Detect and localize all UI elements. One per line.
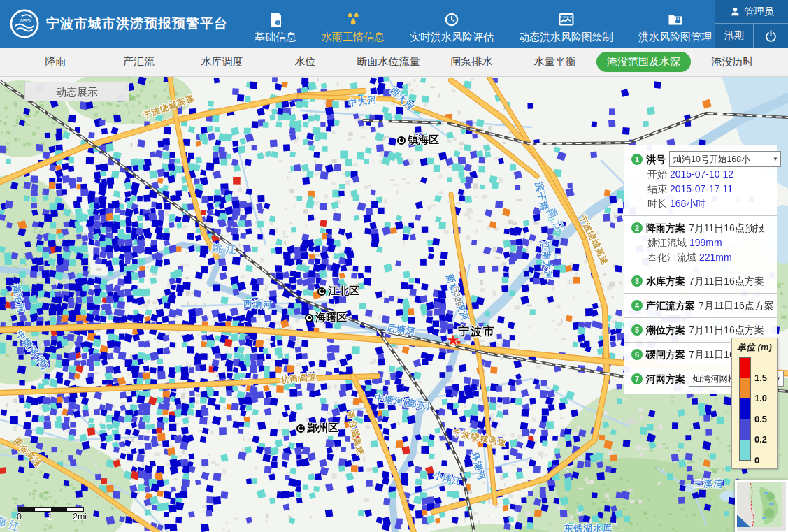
step-6-badge: 6 [631,349,643,360]
history-clock-icon [443,10,460,29]
folder-lock-icon [667,10,684,29]
nav-item-document-info[interactable]: 基础信息 [255,10,296,44]
season-button[interactable]: 汛期 [715,24,754,48]
subnav-tab-2[interactable]: 水库调度 [180,55,264,69]
map-area[interactable]: 中大河西大河滨子港甬江姚江西塘河后塘河新杨木碶河江南大河湖泊河中塘河(西)中塘河… [0,77,788,532]
end-time-row: 结束 2015-07-17 11 [631,182,771,196]
user-name: 管理员 [745,6,774,18]
user-icon [730,6,740,17]
rainfall-section: 2 降雨方案 7月11日16点预报 姚江流域 199mm 奉化江流域 221mm [624,215,777,269]
subnav-tab-8[interactable]: 淹没历时 [691,55,774,69]
power-icon [764,29,778,43]
overview-minimap[interactable] [735,480,788,532]
chevron-down-icon: ▼ [773,152,778,167]
duration-row: 时长 168小时 [631,196,771,211]
legend-title: 单位 (m) [737,341,777,354]
step-1-badge: 1 [631,154,643,165]
dynamic-display-button[interactable]: 动态展示 [24,82,129,101]
subnav-tab-3[interactable]: 水位 [264,55,347,69]
nav-item-chart-window[interactable]: 动态洪水风险图绘制 [519,10,613,44]
document-info-icon [267,10,284,29]
user-menu[interactable]: 管理员 [715,0,788,24]
scale-label-0: 0 [17,512,22,522]
scale-label-1: 1 [48,512,52,522]
fenghuajiang-row: 奉化江流域 221mm [631,250,771,265]
flood-number-label: 洪号 [646,152,666,167]
subnav-tab-1[interactable]: 产汇流 [97,55,180,69]
scalebar-bar [18,507,84,512]
legend-colorbar [739,357,751,461]
depth-legend: 单位 (m) 1.51.00.50.20 [731,338,778,469]
plan-section-3: 3水库方案7月11日16点方案 [624,269,777,293]
step-5-badge: 5 [631,324,643,336]
step-4-badge: 4 [631,300,643,311]
subnav-tab-4[interactable]: 断面水位流量 [347,55,430,69]
step-7-badge: 7 [631,373,643,384]
step-2-badge: 2 [631,222,643,233]
nav-item-folder-lock[interactable]: 洪水风险图管理 [638,10,712,44]
scale-label-2mi: 2mi [73,512,87,522]
step-3-badge: 3 [631,275,643,287]
flood-number-select[interactable]: 灿鸿10号开始168小 ▼ [669,151,781,167]
legend-tick-0.2: 0.2 [754,434,767,445]
water-drops-icon [344,10,362,29]
power-button[interactable] [754,24,788,48]
svg-text:NBSL: NBSL [20,18,33,23]
brand: NBSL 宁波市城市洪涝预报预警平台 [0,9,228,38]
city-star-icon: ★ [446,333,460,348]
nav-item-history-clock[interactable]: 实时洪水风险评估 [410,10,494,44]
legend-tick-0.5: 0.5 [754,414,767,424]
nav-item-water-drops[interactable]: 水雨工情信息 [322,10,385,44]
subnav-tab-6[interactable]: 水量平衡 [513,55,596,69]
main-nav: 基础信息水雨工情信息实时洪水风险评估动态洪水风险图绘制洪水风险图管理系统设置 [255,3,779,44]
subnav-tab-5[interactable]: 闸泵排水 [430,55,513,69]
subnav-tab-7[interactable]: 淹没范围及水深 [596,52,691,72]
flood-number-section: 1 洪号 灿鸿10号开始168小 ▼ 开始 2015-07-10 12 结束 2… [624,147,777,215]
page-title: 宁波市城市洪涝预报预警平台 [46,15,228,33]
chart-window-icon [558,10,575,29]
start-time-row: 开始 2015-07-10 12 [631,167,771,182]
legend-tick-1.0: 1.0 [754,393,767,403]
flood-platform-app: NBSL 宁波市城市洪涝预报预警平台 基础信息水雨工情信息实时洪水风险评估动态洪… [0,0,788,532]
subnav: 降雨产汇流水库调度水位断面水位流量闸泵排水水量平衡淹没范围及水深淹没历时 [0,48,788,77]
app-logo-icon: NBSL [10,9,39,38]
map-scalebar: 0 1 2mi [18,507,85,522]
plan-section-4: 4产汇流方案7月11日16点方案 [624,293,777,317]
subnav-tab-0[interactable]: 降雨 [14,55,97,69]
user-block: 管理员 汛期 [715,0,788,48]
legend-tick-1.5: 1.5 [754,373,767,383]
legend-tick-0: 0 [754,455,759,466]
yaojiang-row: 姚江流域 199mm [631,236,771,250]
top-header: NBSL 宁波市城市洪涝预报预警平台 基础信息水雨工情信息实时洪水风险评估动态洪… [0,0,788,48]
